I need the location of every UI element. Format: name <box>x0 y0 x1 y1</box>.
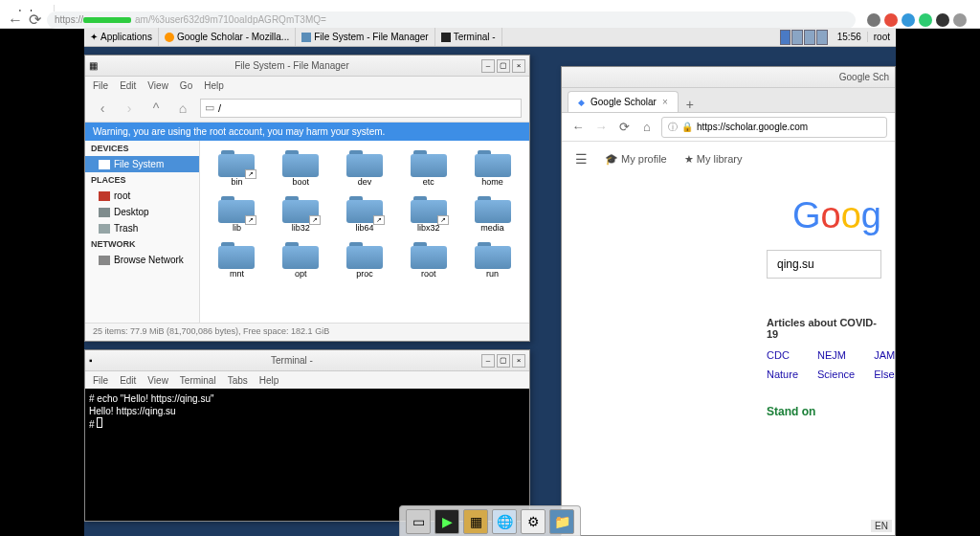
ff-home-icon[interactable]: ⌂ <box>638 120 656 134</box>
folder-lib[interactable]: ↗lib <box>206 192 268 234</box>
link-nature[interactable]: Nature <box>767 368 798 380</box>
host-back-icon[interactable]: ← <box>8 11 23 29</box>
link-jama[interactable]: JAMA <box>874 349 895 361</box>
sidebar-item-filesystem[interactable]: File System <box>85 156 199 172</box>
panel-user[interactable]: root <box>867 32 896 42</box>
nav-up-icon[interactable]: ^ <box>146 99 166 118</box>
ff-tab-scholar[interactable]: ◆ Google Scholar × <box>568 91 679 112</box>
menu-go[interactable]: Go <box>180 80 192 91</box>
menu-terminal[interactable]: Terminal <box>180 375 216 386</box>
link-cdc[interactable]: CDC <box>767 349 798 361</box>
menu-edit[interactable]: Edit <box>120 80 136 91</box>
menu-view[interactable]: View <box>147 80 168 91</box>
close-button[interactable]: × <box>512 354 525 368</box>
nav-back-icon[interactable]: ‹ <box>93 99 112 118</box>
folder-dev[interactable]: dev <box>334 146 396 189</box>
minimize-button[interactable]: – <box>481 59 495 73</box>
folder-icon <box>475 148 511 177</box>
sidebar-label: File System <box>114 159 164 169</box>
close-button[interactable]: × <box>512 59 525 73</box>
nav-forward-icon[interactable]: › <box>120 99 139 118</box>
sidebar-item-desktop[interactable]: Desktop <box>85 204 199 220</box>
nav-home-icon[interactable]: ⌂ <box>173 99 192 118</box>
folder-boot[interactable]: boot <box>270 146 332 189</box>
info-icon[interactable]: ⓘ <box>668 121 678 134</box>
folder-proc[interactable]: proc <box>334 238 396 280</box>
workspace-2[interactable] <box>791 30 803 45</box>
path-entry[interactable]: ▭ / <box>200 99 522 118</box>
workspace-1[interactable] <box>780 30 791 45</box>
taskbar-item-filemanager[interactable]: File System - File Manager <box>296 28 434 46</box>
link-elsevier[interactable]: Else <box>874 368 895 380</box>
menu-file[interactable]: File <box>93 375 108 386</box>
folder-icon <box>411 148 447 177</box>
dock-folder[interactable]: 📁 <box>549 509 574 534</box>
ff-forward-icon[interactable]: → <box>592 120 610 134</box>
folder-label: boot <box>292 177 309 187</box>
term-line: Hello! https://qing.su <box>89 406 176 416</box>
dock-settings[interactable]: ⚙ <box>521 509 546 534</box>
menu-help[interactable]: Help <box>204 80 224 91</box>
my-profile-link[interactable]: 🎓 My profile <box>605 153 667 166</box>
folder-lib32[interactable]: ↗lib32 <box>270 192 332 234</box>
folder-libx32[interactable]: ↗libx32 <box>397 192 459 234</box>
folder-root[interactable]: root <box>397 238 459 280</box>
dock-show-desktop[interactable]: ▭ <box>406 509 431 534</box>
sidebar-heading-network: NETWORK <box>85 236 199 252</box>
folder-opt[interactable]: opt <box>270 238 332 280</box>
taskbar-item-firefox[interactable]: Google Scholar - Mozilla... <box>159 28 296 46</box>
close-tab-icon[interactable]: × <box>662 97 668 107</box>
host-url-redacted <box>83 17 131 23</box>
folder-mnt[interactable]: mnt <box>206 238 268 280</box>
ff-titlebar[interactable]: ● Google Sch <box>562 67 895 88</box>
fm-icon-view[interactable]: ↗binbootdevetchome↗lib↗lib32↗lib64↗libx3… <box>200 141 529 323</box>
dock-files[interactable]: ▦ <box>463 509 488 534</box>
host-reload-icon[interactable]: ⟳ <box>29 11 41 29</box>
applications-menu[interactable]: ✦ Applications <box>84 28 159 46</box>
covid-links: CDC NEJM JAMA Nature Science Else <box>767 349 881 380</box>
scholar-search-input[interactable]: qing.su <box>767 250 881 279</box>
workspace-4[interactable] <box>816 30 828 45</box>
panel-clock[interactable]: 15:56 <box>832 32 867 42</box>
hamburger-icon[interactable]: ☰ <box>575 151 588 167</box>
folder-home[interactable]: home <box>461 146 523 189</box>
folder-lib64[interactable]: ↗lib64 <box>334 192 396 234</box>
my-library-link[interactable]: ★ My library <box>684 153 743 166</box>
workspace-3[interactable] <box>804 30 815 45</box>
sidebar-item-trash[interactable]: Trash <box>85 220 199 236</box>
fm-titlebar[interactable]: ▦ File System - File Manager – ▢ × <box>85 56 529 77</box>
folder-etc[interactable]: etc <box>397 146 459 189</box>
minimize-button[interactable]: – <box>481 354 495 368</box>
term-titlebar[interactable]: ▪ Terminal - – ▢ × <box>85 350 529 371</box>
language-indicator[interactable]: EN <box>871 520 892 532</box>
menu-help[interactable]: Help <box>259 375 279 386</box>
applications-label: Applications <box>100 32 152 42</box>
maximize-button[interactable]: ▢ <box>497 59 510 73</box>
menu-tabs[interactable]: Tabs <box>228 375 248 386</box>
ff-url-bar[interactable]: ⓘ 🔒 https://scholar.google.com <box>661 117 887 138</box>
folder-media[interactable]: media <box>461 192 523 234</box>
dock-browser[interactable]: 🌐 <box>492 509 517 534</box>
taskbar-item-terminal[interactable]: Terminal - <box>435 28 502 46</box>
dock-terminal[interactable]: ▶ <box>434 509 459 534</box>
link-science[interactable]: Science <box>817 368 855 380</box>
folder-bin[interactable]: ↗bin <box>206 146 268 189</box>
folder-icon <box>475 194 511 223</box>
terminal-body[interactable]: # echo "Hello! https://qing.su" Hello! h… <box>85 389 529 521</box>
ff-reload-icon[interactable]: ⟳ <box>615 120 633 134</box>
menu-file[interactable]: File <box>93 80 108 91</box>
sidebar-item-root[interactable]: root <box>85 188 199 204</box>
menu-view[interactable]: View <box>147 375 168 386</box>
folder-run[interactable]: run <box>461 238 523 280</box>
host-url-bar[interactable]: https://am/%3user632d9m710oaIdpAGRQmT3MQ… <box>47 11 856 29</box>
new-tab-button[interactable]: + <box>679 97 702 112</box>
folder-label: media <box>480 223 504 233</box>
sidebar-item-browse-network[interactable]: Browse Network <box>85 252 199 268</box>
menu-edit[interactable]: Edit <box>120 375 136 386</box>
ff-back-icon[interactable]: ← <box>569 120 587 134</box>
cursor-icon <box>97 417 102 428</box>
maximize-button[interactable]: ▢ <box>497 354 510 368</box>
folder-label: root <box>421 269 436 279</box>
workspace-switcher[interactable] <box>780 30 828 45</box>
link-nejm[interactable]: NEJM <box>817 349 855 361</box>
